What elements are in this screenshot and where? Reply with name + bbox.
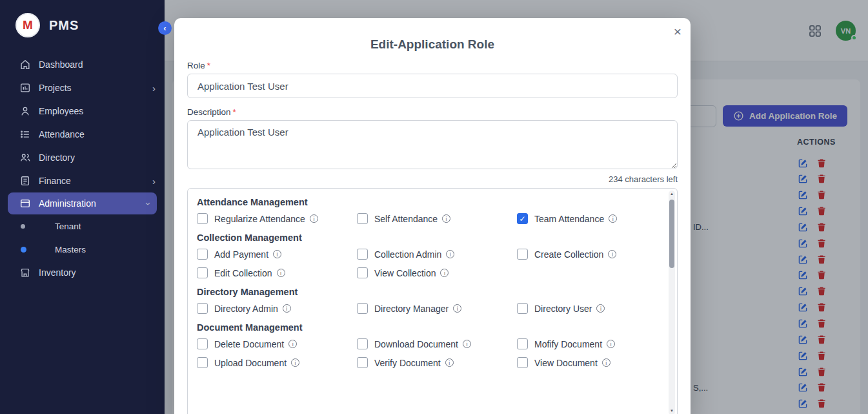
checkbox[interactable]: ✓ bbox=[517, 213, 528, 224]
info-icon[interactable]: i bbox=[607, 340, 615, 348]
checkbox[interactable] bbox=[357, 357, 368, 368]
scrollbar-thumb[interactable] bbox=[669, 200, 674, 268]
permission-option[interactable]: Download Documenti bbox=[357, 338, 517, 349]
permission-label: Delete Document bbox=[214, 339, 284, 349]
permission-option[interactable]: Delete Documenti bbox=[197, 338, 357, 349]
sidebar-item-label: Employees bbox=[39, 106, 83, 116]
sidebar-item-projects[interactable]: Projects › bbox=[0, 76, 165, 99]
description-label-text: Description bbox=[187, 107, 231, 117]
checkbox[interactable] bbox=[357, 267, 368, 278]
checkbox[interactable] bbox=[197, 213, 208, 224]
sidebar-subitem-label: Masters bbox=[55, 245, 86, 254]
sidebar-item-directory[interactable]: Directory bbox=[0, 146, 165, 169]
checkbox[interactable] bbox=[357, 338, 368, 349]
sidebar-item-employees[interactable]: Employees bbox=[0, 99, 165, 123]
checkbox[interactable] bbox=[197, 303, 208, 314]
sidebar-subitem-tenant[interactable]: Tenant bbox=[0, 214, 165, 238]
home-icon bbox=[19, 59, 31, 70]
checkbox[interactable] bbox=[517, 338, 528, 349]
sidebar-subitem-label: Tenant bbox=[55, 222, 81, 231]
permissions-scrollbar[interactable]: ▲ ▼ bbox=[669, 191, 675, 414]
permission-label: Upload Document bbox=[214, 358, 287, 368]
scroll-up-icon[interactable]: ▲ bbox=[669, 192, 675, 196]
sidebar-item-label: Dashboard bbox=[39, 59, 83, 70]
permission-option[interactable]: Upload Documenti bbox=[197, 357, 357, 368]
sidebar-item-inventory[interactable]: Inventory bbox=[0, 261, 165, 284]
permission-label: Collection Admin bbox=[374, 249, 441, 260]
checkbox[interactable] bbox=[517, 249, 528, 260]
description-textarea[interactable]: Application Test User bbox=[187, 120, 678, 169]
permission-option[interactable]: Regularize Attendancei bbox=[197, 213, 357, 224]
permission-option[interactable]: Create Collectioni bbox=[517, 249, 677, 260]
checkbox[interactable] bbox=[197, 249, 208, 260]
permission-label: View Document bbox=[534, 358, 598, 368]
info-icon[interactable]: i bbox=[440, 269, 449, 277]
checkbox[interactable] bbox=[197, 267, 208, 278]
sidebar-item-administration[interactable]: Administration › bbox=[8, 192, 157, 214]
permission-label: Create Collection bbox=[534, 249, 603, 260]
info-icon[interactable]: i bbox=[288, 340, 297, 348]
checkbox[interactable] bbox=[197, 338, 208, 349]
permission-option[interactable]: Mofify Documenti bbox=[517, 338, 677, 349]
permission-sections: Attendance ManagementRegularize Attendan… bbox=[188, 197, 660, 368]
info-icon[interactable]: i bbox=[596, 304, 605, 313]
role-input[interactable] bbox=[187, 74, 678, 98]
checkbox[interactable] bbox=[357, 303, 368, 314]
info-icon[interactable]: i bbox=[602, 358, 611, 367]
permission-option[interactable]: Directory Admini bbox=[197, 303, 357, 314]
checkbox[interactable] bbox=[517, 303, 528, 314]
info-icon[interactable]: i bbox=[609, 214, 617, 223]
permission-option[interactable]: Collection Admini bbox=[357, 249, 517, 260]
permission-label: View Collection bbox=[374, 268, 436, 278]
app-logo: M PMS bbox=[0, 0, 165, 47]
checkbox[interactable] bbox=[197, 357, 208, 368]
permission-option[interactable]: Self Attendancei bbox=[357, 213, 517, 224]
info-icon[interactable]: i bbox=[446, 250, 454, 258]
checkbox[interactable] bbox=[357, 249, 368, 260]
sidebar-item-label: Projects bbox=[39, 83, 72, 93]
info-icon[interactable]: i bbox=[442, 214, 450, 223]
sidebar-subitem-masters[interactable]: Masters bbox=[0, 238, 165, 261]
permission-label: Self Attendance bbox=[374, 214, 438, 224]
info-icon[interactable]: i bbox=[273, 250, 281, 258]
permission-option[interactable]: Directory Manageri bbox=[357, 303, 517, 314]
info-icon[interactable]: i bbox=[463, 340, 471, 348]
info-icon[interactable]: i bbox=[445, 358, 454, 367]
sidebar-item-dashboard[interactable]: Dashboard bbox=[0, 53, 165, 76]
checkbox[interactable] bbox=[357, 213, 368, 224]
characters-left-counter: 234 characters left bbox=[187, 174, 678, 184]
permission-section-title: Directory Management bbox=[197, 287, 660, 297]
info-icon[interactable]: i bbox=[453, 304, 461, 313]
person-icon bbox=[19, 105, 31, 117]
info-icon[interactable]: i bbox=[283, 304, 291, 313]
list-icon bbox=[19, 129, 31, 140]
permission-option[interactable]: ✓Team Attendancei bbox=[517, 213, 677, 224]
permission-grid: Regularize AttendanceiSelf Attendancei✓T… bbox=[197, 213, 660, 224]
chevron-right-icon: › bbox=[152, 83, 156, 93]
permission-label: Directory User bbox=[534, 304, 592, 314]
sidebar-item-attendance[interactable]: Attendance bbox=[0, 123, 165, 146]
permission-grid: Directory AdminiDirectory ManageriDirect… bbox=[197, 303, 660, 314]
scroll-down-icon[interactable]: ▼ bbox=[669, 409, 675, 413]
permission-option[interactable]: Verify Documenti bbox=[357, 357, 517, 368]
permission-option[interactable]: Edit Collectioni bbox=[197, 267, 357, 278]
permission-label: Edit Collection bbox=[214, 268, 272, 278]
sidebar-collapse-button[interactable]: ‹ bbox=[158, 21, 172, 35]
info-icon[interactable]: i bbox=[608, 250, 616, 258]
close-icon[interactable]: × bbox=[674, 25, 681, 38]
sidebar-item-finance[interactable]: Finance › bbox=[0, 169, 165, 192]
permission-option[interactable]: View Collectioni bbox=[357, 267, 517, 278]
info-icon[interactable]: i bbox=[277, 269, 285, 277]
permission-label: Regularize Attendance bbox=[214, 214, 305, 224]
info-icon[interactable]: i bbox=[310, 214, 318, 223]
permission-section-title: Collection Management bbox=[197, 233, 660, 243]
bullet-icon bbox=[21, 224, 25, 229]
permission-option[interactable]: Directory Useri bbox=[517, 303, 677, 314]
checkbox[interactable] bbox=[517, 357, 528, 368]
info-icon[interactable]: i bbox=[291, 358, 299, 367]
permission-option[interactable]: Add Paymenti bbox=[197, 249, 357, 260]
edit-application-role-modal: Edit-Application Role × Role* Descriptio… bbox=[174, 18, 691, 414]
permission-option[interactable]: View Documenti bbox=[517, 357, 677, 368]
required-marker: * bbox=[233, 107, 236, 117]
permissions-panel: Attendance ManagementRegularize Attendan… bbox=[187, 188, 678, 414]
